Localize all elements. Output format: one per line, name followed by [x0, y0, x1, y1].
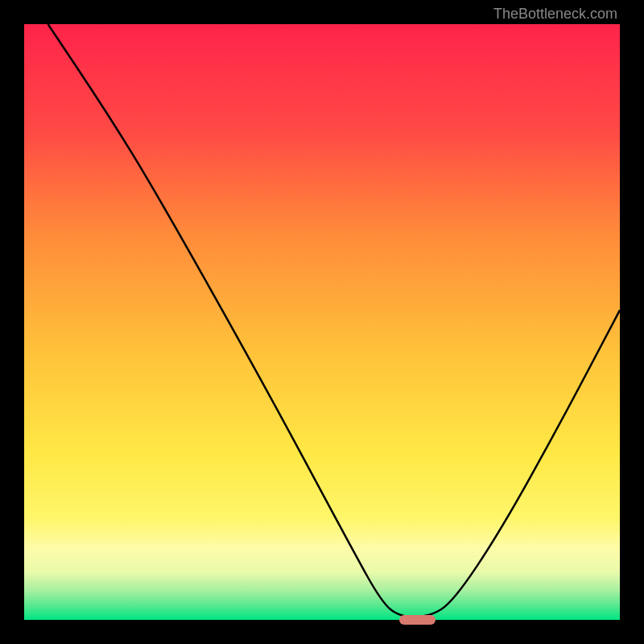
bottleneck-curve — [24, 24, 620, 620]
attribution-text: TheBottleneck.com — [493, 6, 617, 23]
chart-area — [24, 24, 620, 620]
optimal-marker — [399, 615, 435, 625]
